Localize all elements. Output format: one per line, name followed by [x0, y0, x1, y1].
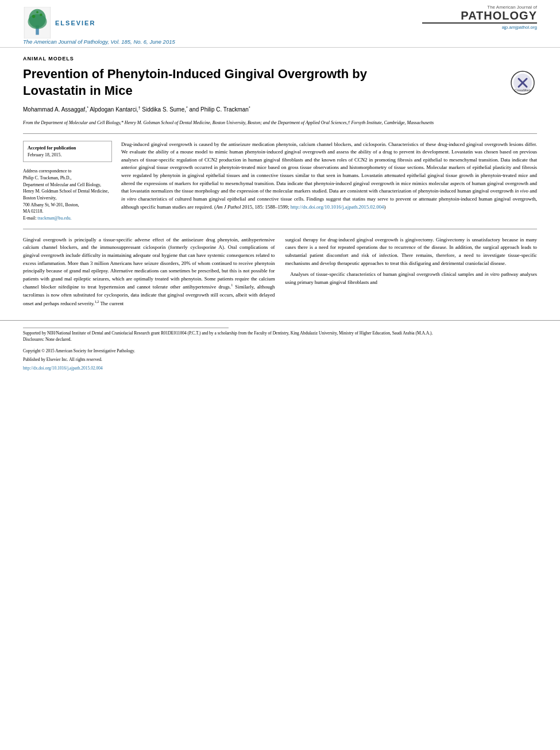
email-section: E-mail: trackman@bu.edu.: [23, 215, 112, 222]
svg-point-5: [40, 13, 43, 16]
published-text: Published by Elsevier Inc. All rights re…: [23, 357, 102, 362]
footer-published: Published by Elsevier Inc. All rights re…: [23, 356, 537, 363]
address-street: 700 Albany St, W-201, Boston,: [23, 202, 112, 209]
crossmark-svg-icon: CrossMark: [511, 71, 535, 95]
body-para-2: surgical therapy for drug-induced gingiv…: [285, 236, 538, 268]
accepted-label: Accepted for publication: [28, 145, 107, 152]
page-footer: Supported by NIH/National Institute of D…: [0, 320, 560, 377]
svg-point-3: [28, 14, 47, 29]
abstract-text: Drug-induced gingival overgrowth is caus…: [121, 141, 537, 211]
authors: Mohammad A. Assaggaf,* Alpdogan Kantarci…: [23, 105, 537, 114]
address-dept: Department of Molecular and Cell Biology…: [23, 182, 112, 202]
body-text: Gingival overgrowth is principally a tis…: [23, 236, 537, 311]
sup-dagger: †: [138, 106, 141, 110]
body-para-1: Gingival overgrowth is principally a tis…: [23, 236, 275, 307]
svg-point-6: [36, 11, 38, 13]
footer-doi: http://dx.doi.org/10.1016/j.ajpath.2015.…: [23, 365, 537, 371]
footnote-supported: Supported by NIH/National Institute of D…: [23, 330, 537, 336]
ref-1: 1: [231, 283, 233, 287]
address-section: Address correspondence to Philip C. Trac…: [23, 168, 112, 222]
body-left-col: Gingival overgrowth is principally a tis…: [23, 236, 275, 311]
address-label: Address correspondence to: [23, 168, 112, 175]
journal-url: ajp.amjpathol.org: [502, 25, 537, 30]
sidebar-abstract-section: Accepted for publication February 18, 20…: [23, 141, 537, 222]
body-para-3: Analyses of tissue-specific characterist…: [285, 271, 538, 286]
footnote-supported-text: Supported by NIH/National Institute of D…: [23, 330, 432, 336]
sup-star3: *: [249, 106, 250, 110]
journal-issue-title: The American Journal of Pathology, Vol. …: [23, 39, 175, 45]
article-title: Prevention of Phenytoin-Induced Gingival…: [23, 66, 414, 99]
address-city: MA 02118.: [23, 208, 112, 215]
copyright-text: Copyright © 2015 American Society for In…: [23, 348, 135, 353]
body-right-col: surgical therapy for drug-induced gingiv…: [285, 236, 538, 311]
journal-name: PATHOLOGY: [461, 10, 537, 21]
footer-doi-link[interactable]: http://dx.doi.org/10.1016/j.ajpath.2015.…: [23, 366, 103, 371]
affiliation: From the Department of Molecular and Cel…: [23, 120, 537, 126]
page-header: ELSEVIER The American Journal of Patholo…: [0, 0, 560, 48]
ref-1-2: 1,2: [95, 300, 99, 303]
address-person: Philip C. Trackman, Ph.D.,: [23, 175, 112, 182]
section-label: ANIMAL MODELS: [23, 56, 537, 61]
sup-star2: *: [186, 106, 188, 110]
footer-copyright: Copyright © 2015 American Society for In…: [23, 348, 537, 354]
email-label: E-mail:: [23, 216, 36, 221]
journal-top-left: ELSEVIER The American Journal of Patholo…: [23, 5, 175, 45]
crossmark-icon: CrossMark: [508, 71, 537, 96]
accepted-date: February 18, 2015.: [28, 152, 107, 159]
page: ELSEVIER The American Journal of Patholo…: [0, 0, 560, 750]
elsevier-logo-icon: [23, 7, 52, 39]
footnote-disclosures: Disclosures: None declared.: [23, 336, 537, 343]
email-link[interactable]: trackman@bu.edu.: [37, 216, 71, 221]
abstract-section: Drug-induced gingival overgrowth is caus…: [121, 141, 537, 222]
svg-text:CrossMark: CrossMark: [514, 89, 531, 92]
elsevier-text: ELSEVIER: [55, 20, 95, 26]
elsevier-logo-area: ELSEVIER: [23, 7, 175, 39]
article-sidebar: Accepted for publication February 18, 20…: [23, 141, 112, 222]
journal-branding: The American Journal of PATHOLOGY ajp.am…: [422, 5, 537, 30]
abstract-doi-link[interactable]: http://dx.doi.org/10.1016/j.ajpath.2015.…: [291, 204, 384, 210]
sup-star: *: [87, 106, 88, 110]
svg-point-4: [32, 15, 36, 18]
accepted-box: Accepted for publication February 18, 20…: [23, 141, 112, 163]
journal-logo-right: The American Journal of PATHOLOGY ajp.am…: [422, 5, 537, 30]
